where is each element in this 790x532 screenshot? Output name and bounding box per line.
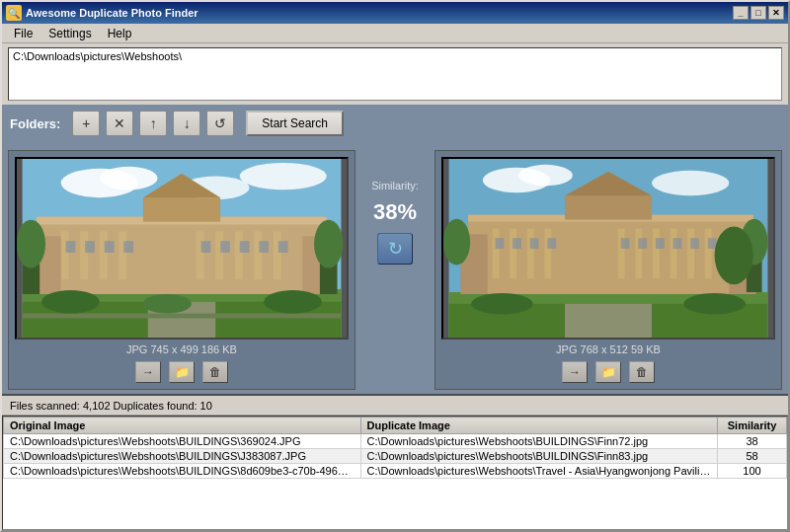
left-trash-icon: 🗑 xyxy=(209,365,221,379)
main-content: JPG 745 x 499 186 KB → 📁 🗑 Similarity: 3… xyxy=(2,142,788,394)
similarity-value: 38% xyxy=(373,199,417,225)
svg-rect-65 xyxy=(530,238,539,249)
left-image-actions: → 📁 🗑 xyxy=(135,361,228,383)
svg-rect-46 xyxy=(565,304,652,338)
menu-help[interactable]: Help xyxy=(100,25,140,42)
col-similarity: Similarity xyxy=(718,418,787,434)
svg-rect-27 xyxy=(123,241,133,253)
svg-point-77 xyxy=(471,293,533,315)
svg-rect-68 xyxy=(638,238,647,249)
left-folder-button[interactable]: 📁 xyxy=(169,361,195,383)
svg-rect-66 xyxy=(547,238,556,249)
folders-label: Folders: xyxy=(10,116,60,131)
right-folder-icon: 📁 xyxy=(601,365,616,379)
window-controls: _ □ ✕ xyxy=(733,6,784,20)
status-text: Files scanned: 4,102 Duplicates found: 1… xyxy=(10,400,212,412)
cell-similarity: 38 xyxy=(718,434,787,449)
cell-original: C:\Downloads\pictures\Webshoots\BUILDING… xyxy=(4,464,361,479)
svg-rect-14 xyxy=(118,231,126,279)
svg-rect-70 xyxy=(673,238,682,249)
svg-point-73 xyxy=(443,219,470,266)
left-image-panel: JPG 745 x 499 186 KB → 📁 🗑 xyxy=(8,150,356,390)
remove-folder-button[interactable]: ✕ xyxy=(106,111,133,136)
cell-original: C:\Downloads\pictures\Webshoots\BUILDING… xyxy=(4,449,361,464)
svg-rect-30 xyxy=(240,241,250,253)
right-folder-button[interactable]: 📁 xyxy=(595,361,621,383)
results-section: Original Image Duplicate Image Similarit… xyxy=(2,416,788,530)
menu-settings[interactable]: Settings xyxy=(40,25,99,42)
svg-point-37 xyxy=(41,290,100,313)
start-search-button[interactable]: Start Search xyxy=(246,111,344,136)
move-down-button[interactable]: ↓ xyxy=(173,111,200,136)
similarity-panel: Similarity: 38% ↻ xyxy=(356,150,434,265)
table-row[interactable]: C:\Downloads\pictures\Webshoots\BUILDING… xyxy=(4,464,787,479)
results-table: Original Image Duplicate Image Similarit… xyxy=(3,417,787,479)
right-arrow-button[interactable]: → xyxy=(562,361,588,383)
svg-rect-15 xyxy=(197,231,204,279)
svg-point-34 xyxy=(17,220,45,268)
svg-rect-20 xyxy=(143,197,220,221)
svg-point-4 xyxy=(240,163,327,190)
svg-rect-58 xyxy=(705,228,712,278)
svg-rect-13 xyxy=(100,231,108,279)
folder-list[interactable]: C:\Downloads\pictures\Webshoots\ xyxy=(8,47,782,101)
svg-rect-18 xyxy=(254,231,262,279)
svg-rect-26 xyxy=(105,241,115,253)
table-row[interactable]: C:\Downloads\pictures\Webshoots\BUILDING… xyxy=(4,449,787,464)
svg-rect-56 xyxy=(671,228,677,278)
svg-point-2 xyxy=(100,167,158,190)
svg-rect-24 xyxy=(66,241,76,253)
right-image-actions: → 📁 🗑 xyxy=(562,361,655,383)
col-original: Original Image xyxy=(4,418,361,434)
table-row[interactable]: C:\Downloads\pictures\Webshoots\BUILDING… xyxy=(4,434,787,449)
svg-rect-25 xyxy=(85,241,95,253)
svg-rect-59 xyxy=(565,195,652,219)
svg-rect-9 xyxy=(37,217,327,294)
svg-rect-67 xyxy=(621,238,630,249)
move-up-button[interactable]: ↑ xyxy=(139,111,167,136)
svg-rect-54 xyxy=(635,228,642,278)
maximize-button[interactable]: □ xyxy=(750,6,766,20)
right-delete-button[interactable]: 🗑 xyxy=(629,361,655,383)
toolbar: Folders: + ✕ ↑ ↓ ↺ Start Search xyxy=(2,105,788,142)
svg-rect-71 xyxy=(690,238,699,249)
svg-rect-69 xyxy=(656,238,665,249)
menu-file[interactable]: File xyxy=(6,25,40,42)
svg-rect-50 xyxy=(510,228,516,278)
window-title: Awesome Duplicate Photo Finder xyxy=(26,7,733,19)
add-folder-button[interactable]: + xyxy=(72,111,100,136)
cell-duplicate: C:\Downloads\pictures\Webshoots\BUILDING… xyxy=(360,434,718,449)
svg-rect-49 xyxy=(493,228,500,278)
left-image-frame xyxy=(15,157,349,340)
svg-point-42 xyxy=(518,165,573,187)
svg-rect-16 xyxy=(215,231,223,279)
right-image-panel: JPG 768 x 512 59 KB → 📁 🗑 xyxy=(434,150,782,390)
svg-rect-19 xyxy=(274,231,281,279)
right-image-info: JPG 768 x 512 59 KB xyxy=(556,343,661,355)
svg-rect-8 xyxy=(23,314,342,319)
right-image-frame xyxy=(441,157,775,340)
minimize-button[interactable]: _ xyxy=(733,6,749,20)
close-button[interactable]: ✕ xyxy=(768,6,784,20)
svg-rect-11 xyxy=(61,231,69,279)
svg-rect-53 xyxy=(618,228,625,278)
swap-button[interactable]: ↻ xyxy=(377,233,413,265)
title-bar: 🔍 Awesome Duplicate Photo Finder _ □ ✕ xyxy=(2,2,788,24)
svg-rect-17 xyxy=(235,231,243,279)
svg-rect-72 xyxy=(708,238,717,249)
svg-rect-51 xyxy=(527,228,534,278)
cell-duplicate: C:\Downloads\pictures\Webshoots\BUILDING… xyxy=(360,449,718,464)
menu-bar: File Settings Help xyxy=(2,24,788,43)
cell-similarity: 58 xyxy=(718,449,787,464)
results-table-container[interactable]: Original Image Duplicate Image Similarit… xyxy=(2,416,788,530)
svg-rect-57 xyxy=(687,228,694,278)
refresh-button[interactable]: ↺ xyxy=(206,111,234,136)
svg-rect-31 xyxy=(259,241,269,253)
left-image-info: JPG 745 x 499 186 KB xyxy=(126,343,237,355)
left-arrow-button[interactable]: → xyxy=(135,361,161,383)
left-delete-button[interactable]: 🗑 xyxy=(202,361,228,383)
svg-rect-64 xyxy=(513,238,521,249)
svg-rect-63 xyxy=(496,238,505,249)
svg-point-78 xyxy=(683,293,746,315)
svg-rect-32 xyxy=(278,241,288,253)
